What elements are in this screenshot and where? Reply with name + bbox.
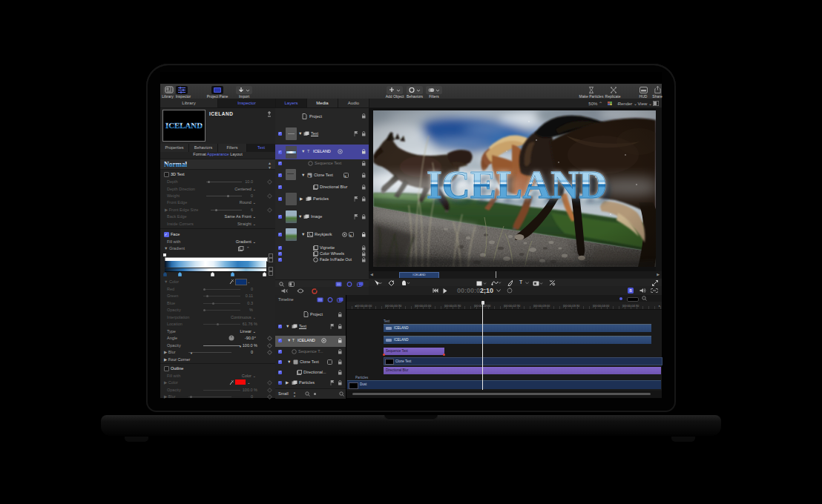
svg-text:■: ■ (349, 233, 352, 237)
svg-text:▶: ▶ (309, 173, 312, 178)
svg-text:■: ■ (344, 174, 346, 178)
